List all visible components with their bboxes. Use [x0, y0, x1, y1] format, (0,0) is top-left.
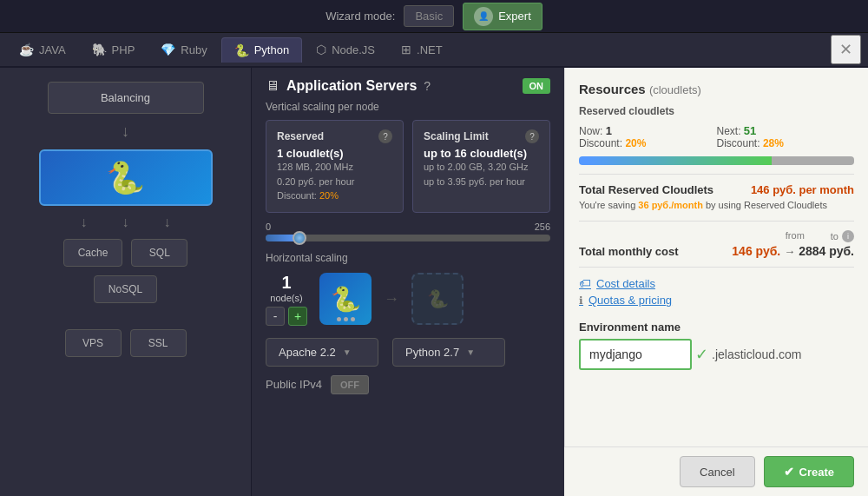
reserved-count: 1 cloudlet(s) [277, 147, 392, 160]
app-servers-help-icon[interactable]: ? [424, 79, 431, 93]
divider-3 [579, 267, 854, 268]
slider-max-label: 256 [535, 222, 550, 232]
cancel-button[interactable]: Cancel [680, 456, 754, 487]
app-servers-title: Application Servers [286, 78, 417, 94]
from-label: from [786, 230, 805, 242]
toggle-on-button[interactable]: ON [523, 78, 551, 94]
python-app-box[interactable]: 🐍 [39, 149, 213, 206]
sql-button[interactable]: SQL [131, 239, 187, 267]
node-label: node(s) [266, 293, 307, 303]
scaling-count: up to 16 cloudlet(s) [424, 147, 539, 160]
python-icon: 🐍 [234, 43, 249, 57]
monthly-range: 146 руб. → 2884 руб. [732, 244, 854, 258]
scaling-header: Scaling Limit ? [424, 129, 539, 143]
close-button[interactable]: ✕ [831, 35, 861, 64]
node-plus-button[interactable]: + [288, 307, 307, 326]
env-name-label: Environment name [579, 321, 854, 334]
public-ipv4-label: Public IPv4 [266, 378, 322, 391]
to-info-icon[interactable]: i [842, 230, 854, 242]
net-icon: ⊞ [401, 43, 411, 56]
current-node-box: 🐍 [319, 273, 372, 325]
main-content: Balancing ↓ 🐍 ↓ ↓ ↓ Cache SQL NoSQL VPS … [0, 68, 868, 496]
tab-net[interactable]: ⊞ .NET [389, 37, 455, 62]
wizard-mode-label: Wizard mode: [326, 10, 395, 23]
from-to-labels: from to i [579, 230, 854, 242]
node-minus-button[interactable]: - [266, 307, 285, 326]
tab-ruby-label: Ruby [181, 43, 207, 56]
now-col: Now: 1 Discount: 20% [579, 124, 717, 149]
now-val: 1 [606, 124, 612, 137]
node-column: 1 node(s) - + [266, 273, 307, 326]
tab-python[interactable]: 🐍 Python [221, 37, 302, 63]
monthly-cost-label: Total monthly cost [579, 245, 679, 258]
bottom-bar: Cancel ✔ Create [564, 446, 868, 496]
apache-dropdown[interactable]: Apache 2.2 ▼ [266, 338, 378, 367]
create-button[interactable]: ✔ Create [764, 456, 854, 487]
resource-progress-bar [579, 156, 854, 165]
balancing-box: Balancing [48, 82, 204, 114]
reserved-cloudlets-label: Reserved cloudlets [579, 105, 854, 117]
arrow-cache-icon: ↓ [81, 215, 88, 230]
python-dropdown-icon: ▼ [466, 347, 475, 357]
tab-ruby[interactable]: 💎 Ruby [148, 37, 219, 62]
slider-handle[interactable] [293, 231, 306, 245]
monthly-dash: → [784, 245, 795, 258]
resources-title: Resources (cloudlets) [579, 82, 854, 96]
create-check-icon: ✔ [784, 465, 794, 479]
vps-button[interactable]: VPS [65, 329, 122, 357]
cost-details-label: Cost details [596, 277, 655, 290]
python-logo-icon: 🐍 [106, 160, 145, 196]
tab-php[interactable]: 🐘 PHP [80, 37, 148, 62]
nosql-button[interactable]: NoSQL [94, 275, 157, 303]
middle-panel: 🖥 Application Servers ? ON Vertical scal… [252, 68, 564, 496]
tab-java[interactable]: ☕ JAVA [7, 37, 78, 62]
scaling-help-icon[interactable]: ? [525, 129, 539, 143]
cache-button[interactable]: Cache [63, 239, 123, 267]
divider-2 [579, 221, 854, 222]
python-version-dropdown[interactable]: Python 2.7 ▼ [392, 338, 505, 367]
reserved-header: Reserved ? [277, 129, 392, 143]
divider-1 [579, 174, 854, 175]
public-ipv4-toggle[interactable]: OFF [331, 375, 369, 394]
env-name-input[interactable] [579, 339, 692, 370]
tab-python-label: Python [254, 43, 289, 56]
expert-label: Expert [498, 10, 531, 23]
saving-text: You're saving 36 руб./month by using Res… [579, 200, 854, 210]
arrow-sql-icon: ↓ [122, 215, 129, 230]
apache-dropdown-icon: ▼ [343, 347, 352, 357]
cloudlets-row: Reserved ? 1 cloudlet(s) 128 MB, 200 MHz… [266, 120, 550, 213]
scaling-mem: up to 2.00 GB, 3.20 GHz [424, 160, 539, 175]
reserved-title: Reserved [277, 130, 324, 142]
discount-next-val: 28% [763, 137, 784, 149]
slider-min-label: 0 [266, 222, 271, 232]
bottom-buttons-2: VPS SSL [30, 329, 221, 357]
wizard-basic-button[interactable]: Basic [404, 5, 454, 27]
scaling-title: Scaling Limit [424, 130, 489, 142]
saving-amount: 36 руб./month [638, 200, 703, 210]
tab-net-label: .NET [417, 43, 443, 56]
expert-avatar: 👤 [474, 7, 493, 26]
total-reserved-val: 146 руб. per month [751, 183, 854, 196]
arrow-nosql-icon: ↓ [164, 215, 171, 230]
wizard-expert-button[interactable]: 👤 Expert [463, 3, 542, 30]
monthly-from-val: 146 руб. [732, 244, 780, 258]
reserved-help-icon[interactable]: ? [378, 129, 392, 143]
vertical-scaling-label: Vertical scaling per node [266, 101, 550, 113]
monthly-to-val: 2884 руб. [799, 244, 854, 258]
quotas-link[interactable]: ℹ Quotas & pricing [579, 294, 854, 307]
tab-java-label: JAVA [39, 43, 66, 56]
left-panel: Balancing ↓ 🐍 ↓ ↓ ↓ Cache SQL NoSQL VPS … [0, 68, 252, 496]
cost-details-link[interactable]: 🏷 Cost details [579, 276, 854, 290]
ruby-icon: 💎 [161, 43, 175, 56]
tab-nodejs[interactable]: ⬡ Node.JS [304, 37, 387, 62]
cloudlets-now-row: Now: 1 Discount: 20% Next: 51 Discount: … [579, 124, 854, 149]
reserved-discount: Discount: 20% [277, 188, 392, 203]
reserved-discount-label: Discount: [277, 190, 317, 201]
monthly-cost-row: Total monthly cost 146 руб. → 2884 руб. [579, 244, 854, 258]
next-label: Next: 51 [717, 124, 855, 137]
ssl-button[interactable]: SSL [130, 329, 187, 357]
scaling-slider[interactable] [266, 235, 550, 241]
right-panel: Resources (cloudlets) Reserved cloudlets… [564, 68, 868, 496]
resources-title-text: Resources [579, 82, 646, 96]
cost-icon: 🏷 [579, 276, 591, 290]
